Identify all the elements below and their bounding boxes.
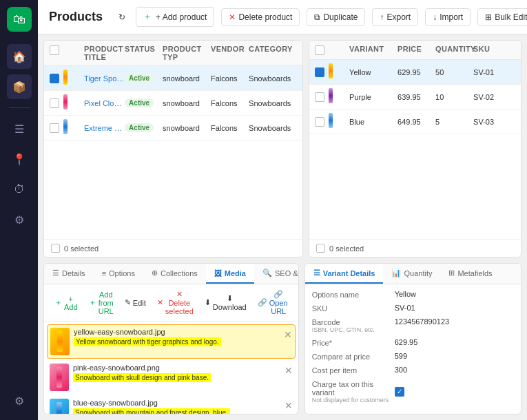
media-info: yellow-easy-snowboard.jpg Yellow snowboa… <box>74 328 280 346</box>
edit-icon: ✎ <box>125 298 131 307</box>
media-thumb <box>50 399 69 414</box>
products-table-body: Tiger Sporting Snowboard Active snowboar… <box>44 66 302 239</box>
product-title-cell: Extreme X3M Snowboard <box>84 124 125 132</box>
main-content: Products ↻ ＋ + Add product ✕ Delete prod… <box>38 0 527 420</box>
quantity-icon: 📊 <box>391 269 401 277</box>
row-checkbox[interactable] <box>315 92 329 102</box>
variant-price-cell: 629.95 <box>397 68 435 76</box>
media-description: Snowboard with skull design and pink bas… <box>73 373 211 382</box>
list-item[interactable]: yellow-easy-snowboard.jpg Yellow snowboa… <box>47 324 296 359</box>
add-product-button[interactable]: ＋ + Add product <box>136 7 214 27</box>
header-sku: SKU <box>473 45 508 55</box>
duplicate-button[interactable]: ⧉ Duplicate <box>307 8 365 26</box>
table-row[interactable]: Yellow 629.95 50 SV-01 <box>309 60 521 85</box>
tab-quantity[interactable]: 📊 Quantity <box>383 264 440 284</box>
open-url-button[interactable]: 🔗 🔗 Open URL <box>253 288 293 317</box>
footer-checkbox[interactable] <box>51 244 60 253</box>
sku-value: SV-01 <box>395 304 415 312</box>
collections-icon: ⊕ <box>152 269 158 277</box>
barcode-value: 1234567890123 <box>395 317 450 326</box>
refresh-button[interactable]: ↻ <box>115 9 129 25</box>
tab-seo[interactable]: 🔍 SEO & Tags <box>254 264 299 284</box>
close-media-button[interactable]: ✕ <box>285 365 293 376</box>
delete-icon: ✕ <box>229 12 236 22</box>
product-vendor-cell: Falcons <box>211 99 249 107</box>
sidebar-item-orders[interactable]: ☰ <box>7 116 32 141</box>
delete-selected-button[interactable]: ✕ ✕ Delete selected <box>152 288 198 317</box>
list-item[interactable]: pink-easy-snowboard.png Snowboard with s… <box>47 361 296 394</box>
tab-media[interactable]: 🖼 Media <box>206 264 254 284</box>
add-media-button[interactable]: ＋ + Add <box>50 293 83 313</box>
tab-variant-details[interactable]: ☰ Variant Details <box>305 264 384 284</box>
product-type-cell: snowboard <box>163 124 211 132</box>
close-media-button[interactable]: ✕ <box>285 400 293 411</box>
products-table-header: PRODUCT TITLE STATUS PRODUCT TYP VENDOR … <box>44 41 302 66</box>
row-checkbox[interactable] <box>50 123 63 133</box>
media-info: blue-easy-snowboard.jpg Snowboard with m… <box>73 399 280 414</box>
content-area: PRODUCT TITLE STATUS PRODUCT TYP VENDOR … <box>38 34 527 420</box>
tab-options[interactable]: ≡ Options <box>94 264 143 284</box>
table-row[interactable]: Purple 639.95 10 SV-02 <box>309 85 521 109</box>
barcode-label: Barcode ISBN, UPC, GTIN, etc. <box>312 317 395 333</box>
footer-checkbox[interactable] <box>316 244 325 253</box>
header-checkbox[interactable] <box>315 45 329 55</box>
add-from-url-button[interactable]: ＋ Add from URL <box>84 288 118 317</box>
bulk-editors-button[interactable]: ⊞ Bulk Editors ▾ <box>477 8 527 26</box>
media-info: pink-easy-snowboard.png Snowboard with s… <box>73 364 280 382</box>
table-row[interactable]: Pixel Cloud Snowboard Active snowboard F… <box>44 91 302 116</box>
sidebar-item-apps[interactable]: ⚙ <box>7 207 32 232</box>
bulk-icon: ⊞ <box>485 12 492 22</box>
row-checkbox[interactable] <box>50 98 63 108</box>
sidebar-item-products[interactable]: 📦 <box>7 74 32 99</box>
row-thumb <box>63 70 84 87</box>
export-button[interactable]: ↑ Export <box>372 8 418 26</box>
charge-tax-checkbox[interactable]: ✓ <box>395 387 404 397</box>
table-row[interactable]: Extreme X3M Snowboard Active snowboard F… <box>44 116 302 140</box>
products-table-footer: 0 selected <box>44 239 302 257</box>
media-filename: pink-easy-snowboard.png <box>73 364 280 372</box>
variant-details-panel: ☰ Variant Details 📊 Quantity ⊞ Metafield… <box>304 263 521 414</box>
variant-name-cell: Blue <box>349 118 397 126</box>
media-thumb <box>50 328 70 355</box>
download-button[interactable]: ⬇ ⬇ Download <box>200 292 251 313</box>
header-checkbox[interactable] <box>50 45 63 61</box>
media-panel: ☰ Details ≡ Options ⊕ Collections 🖼 Medi… <box>43 263 299 414</box>
close-media-button[interactable]: ✕ <box>284 329 292 340</box>
variant-tabs: ☰ Variant Details 📊 Quantity ⊞ Metafield… <box>305 264 521 284</box>
variant-sku-cell: SV-01 <box>473 68 508 76</box>
import-button[interactable]: ↓ Import <box>425 8 471 26</box>
product-category-cell: Snowboards <box>249 124 297 132</box>
table-row[interactable]: Blue 649.95 5 SV-03 <box>309 109 521 134</box>
tab-variant-metafields[interactable]: ⊞ Metafields <box>440 264 500 284</box>
sidebar-item-settings[interactable]: ⚙ <box>7 388 32 413</box>
options-name-label: Options name <box>312 290 395 299</box>
download-icon: ⬇ <box>205 298 211 307</box>
delete-product-button[interactable]: ✕ Delete product <box>221 8 300 26</box>
list-item[interactable]: blue-easy-snowboard.jpg Snowboard with m… <box>47 396 296 414</box>
row-thumb <box>63 119 84 136</box>
variant-quantity-cell: 10 <box>435 93 473 101</box>
row-checkbox[interactable] <box>50 74 63 83</box>
sidebar-item-history[interactable]: ⏱ <box>7 177 32 202</box>
media-icon: 🖼 <box>214 269 222 277</box>
row-checkbox[interactable] <box>315 117 329 127</box>
variant-price-cell: 639.95 <box>397 93 435 101</box>
product-category-cell: Snowboards <box>249 99 297 107</box>
product-status-cell: Active <box>125 98 163 107</box>
row-thumb <box>329 113 349 130</box>
row-checkbox[interactable] <box>315 67 329 77</box>
cost-row: Cost per item 300 <box>312 366 514 375</box>
add-icon: ＋ <box>143 11 152 23</box>
tab-details[interactable]: ☰ Details <box>44 264 94 284</box>
products-table: PRODUCT TITLE STATUS PRODUCT TYP VENDOR … <box>43 40 303 258</box>
variant-name-cell: Purple <box>349 93 397 101</box>
header-vendor: VENDOR <box>211 45 249 61</box>
variants-table-footer: 0 selected <box>309 239 521 257</box>
export-icon: ↑ <box>380 12 384 22</box>
sidebar-item-locations[interactable]: 📍 <box>7 147 32 171</box>
sidebar-item-home[interactable]: 🏠 <box>7 44 32 69</box>
table-row[interactable]: Tiger Sporting Snowboard Active snowboar… <box>44 66 302 91</box>
media-description: Yellow snowboard with tiger graphics and… <box>74 337 221 346</box>
edit-media-button[interactable]: ✎ Edit <box>120 296 151 309</box>
tab-collections[interactable]: ⊕ Collections <box>143 264 206 284</box>
